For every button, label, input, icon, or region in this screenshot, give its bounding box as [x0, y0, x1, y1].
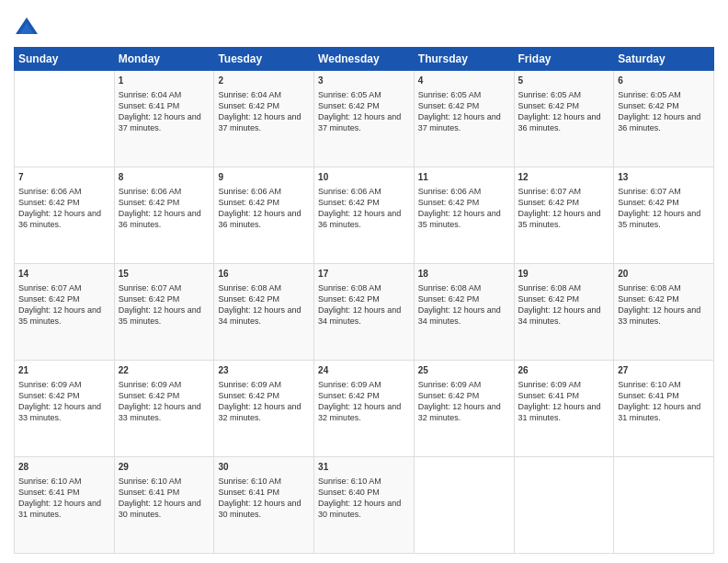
sunset-text: Sunset: 6:42 PM [318, 198, 380, 207]
day-number: 27 [618, 364, 710, 377]
calendar-cell: 4Sunrise: 6:05 AMSunset: 6:42 PMDaylight… [414, 71, 514, 167]
day-number: 23 [218, 364, 310, 377]
week-row-5: 28Sunrise: 6:10 AMSunset: 6:41 PMDayligh… [15, 457, 714, 554]
sunrise-text: Sunrise: 6:10 AM [318, 477, 381, 486]
weekday-header-saturday: Saturday [614, 48, 714, 71]
daylight-text: Daylight: 12 hours and 30 minutes. [318, 499, 401, 519]
daylight-text: Daylight: 12 hours and 37 minutes. [218, 112, 301, 132]
calendar-cell: 30Sunrise: 6:10 AMSunset: 6:41 PMDayligh… [214, 457, 314, 554]
page: SundayMondayTuesdayWednesdayThursdayFrid… [0, 0, 728, 563]
calendar-cell: 5Sunrise: 6:05 AMSunset: 6:42 PMDaylight… [514, 71, 614, 167]
daylight-text: Daylight: 12 hours and 32 minutes. [218, 402, 301, 422]
calendar-cell: 22Sunrise: 6:09 AMSunset: 6:42 PMDayligh… [114, 361, 214, 457]
daylight-text: Daylight: 12 hours and 36 minutes. [119, 209, 201, 229]
sunset-text: Sunset: 6:42 PM [218, 294, 279, 304]
sunset-text: Sunset: 6:42 PM [18, 294, 80, 304]
day-number: 13 [618, 171, 710, 184]
sunrise-text: Sunrise: 6:06 AM [418, 187, 482, 196]
day-number: 11 [418, 171, 510, 184]
sunrise-text: Sunrise: 6:05 AM [418, 90, 482, 99]
calendar-cell [15, 71, 115, 167]
weekday-header-row: SundayMondayTuesdayWednesdayThursdayFrid… [15, 48, 714, 71]
sunrise-text: Sunrise: 6:06 AM [119, 187, 182, 196]
calendar-cell: 18Sunrise: 6:08 AMSunset: 6:42 PMDayligh… [414, 264, 514, 361]
day-number: 24 [318, 364, 410, 377]
sunset-text: Sunset: 6:42 PM [518, 198, 580, 207]
daylight-text: Daylight: 12 hours and 34 minutes. [218, 305, 301, 326]
sunrise-text: Sunrise: 6:10 AM [618, 380, 681, 389]
daylight-text: Daylight: 12 hours and 31 minutes. [18, 499, 101, 519]
day-number: 21 [18, 364, 110, 377]
day-number: 10 [318, 171, 410, 184]
daylight-text: Daylight: 12 hours and 36 minutes. [618, 112, 700, 132]
sunset-text: Sunset: 6:42 PM [119, 294, 180, 304]
day-number: 18 [418, 268, 510, 281]
sunrise-text: Sunrise: 6:07 AM [119, 283, 182, 293]
daylight-text: Daylight: 12 hours and 30 minutes. [218, 499, 301, 519]
sunset-text: Sunset: 6:42 PM [318, 391, 380, 400]
sunrise-text: Sunrise: 6:07 AM [518, 187, 582, 196]
day-number: 8 [119, 171, 210, 184]
sunset-text: Sunset: 6:42 PM [518, 294, 580, 304]
day-number: 20 [618, 268, 710, 281]
day-number: 22 [119, 364, 210, 377]
day-number: 5 [518, 75, 610, 87]
sunrise-text: Sunrise: 6:10 AM [119, 477, 182, 486]
sunset-text: Sunset: 6:42 PM [618, 101, 679, 110]
day-number: 28 [18, 461, 110, 474]
sunrise-text: Sunrise: 6:10 AM [218, 477, 281, 486]
sunset-text: Sunset: 6:42 PM [418, 391, 480, 400]
calendar-cell: 31Sunrise: 6:10 AMSunset: 6:40 PMDayligh… [314, 457, 415, 554]
day-number: 17 [318, 268, 410, 281]
calendar-cell: 15Sunrise: 6:07 AMSunset: 6:42 PMDayligh… [114, 264, 214, 361]
day-number: 12 [518, 171, 610, 184]
weekday-header-friday: Friday [514, 48, 614, 71]
day-number: 31 [318, 461, 410, 474]
sunset-text: Sunset: 6:41 PM [618, 391, 679, 400]
sunset-text: Sunset: 6:42 PM [618, 294, 679, 304]
sunrise-text: Sunrise: 6:09 AM [18, 380, 82, 389]
calendar-cell: 19Sunrise: 6:08 AMSunset: 6:42 PMDayligh… [514, 264, 614, 361]
sunrise-text: Sunrise: 6:05 AM [618, 90, 681, 99]
calendar-cell: 11Sunrise: 6:06 AMSunset: 6:42 PMDayligh… [414, 167, 514, 264]
daylight-text: Daylight: 12 hours and 33 minutes. [18, 402, 101, 422]
day-number: 16 [218, 268, 310, 281]
sunrise-text: Sunrise: 6:04 AM [119, 90, 182, 99]
day-number: 4 [418, 75, 510, 87]
sunset-text: Sunset: 6:42 PM [218, 391, 279, 400]
calendar-cell: 28Sunrise: 6:10 AMSunset: 6:41 PMDayligh… [15, 457, 115, 554]
day-number: 6 [618, 75, 710, 87]
sunrise-text: Sunrise: 6:06 AM [18, 187, 82, 196]
sunrise-text: Sunrise: 6:09 AM [418, 380, 482, 389]
sunset-text: Sunset: 6:42 PM [18, 391, 80, 400]
week-row-1: 1Sunrise: 6:04 AMSunset: 6:41 PMDaylight… [15, 71, 714, 167]
day-number: 14 [18, 268, 110, 281]
daylight-text: Daylight: 12 hours and 35 minutes. [119, 305, 201, 326]
calendar-cell: 25Sunrise: 6:09 AMSunset: 6:42 PMDayligh… [414, 361, 514, 457]
calendar-cell: 8Sunrise: 6:06 AMSunset: 6:42 PMDaylight… [114, 167, 214, 264]
calendar-cell: 23Sunrise: 6:09 AMSunset: 6:42 PMDayligh… [214, 361, 314, 457]
sunset-text: Sunset: 6:41 PM [518, 391, 580, 400]
week-row-3: 14Sunrise: 6:07 AMSunset: 6:42 PMDayligh… [15, 264, 714, 361]
calendar-cell: 1Sunrise: 6:04 AMSunset: 6:41 PMDaylight… [114, 71, 214, 167]
daylight-text: Daylight: 12 hours and 36 minutes. [218, 209, 301, 229]
sunrise-text: Sunrise: 6:08 AM [418, 283, 482, 293]
logo-icon [14, 14, 40, 40]
calendar-cell: 16Sunrise: 6:08 AMSunset: 6:42 PMDayligh… [214, 264, 314, 361]
header [14, 14, 714, 40]
day-number: 9 [218, 171, 310, 184]
sunrise-text: Sunrise: 6:06 AM [318, 187, 381, 196]
calendar-cell: 14Sunrise: 6:07 AMSunset: 6:42 PMDayligh… [15, 264, 115, 361]
sunset-text: Sunset: 6:42 PM [18, 198, 80, 207]
day-number: 2 [218, 75, 310, 87]
day-number: 1 [119, 75, 210, 87]
sunrise-text: Sunrise: 6:06 AM [218, 187, 281, 196]
sunrise-text: Sunrise: 6:08 AM [518, 283, 582, 293]
daylight-text: Daylight: 12 hours and 34 minutes. [318, 305, 401, 326]
calendar-cell: 26Sunrise: 6:09 AMSunset: 6:41 PMDayligh… [514, 361, 614, 457]
day-number: 26 [518, 364, 610, 377]
sunrise-text: Sunrise: 6:10 AM [18, 477, 82, 486]
calendar-table: SundayMondayTuesdayWednesdayThursdayFrid… [14, 47, 714, 554]
calendar-cell: 12Sunrise: 6:07 AMSunset: 6:42 PMDayligh… [514, 167, 614, 264]
calendar-cell: 21Sunrise: 6:09 AMSunset: 6:42 PMDayligh… [15, 361, 115, 457]
